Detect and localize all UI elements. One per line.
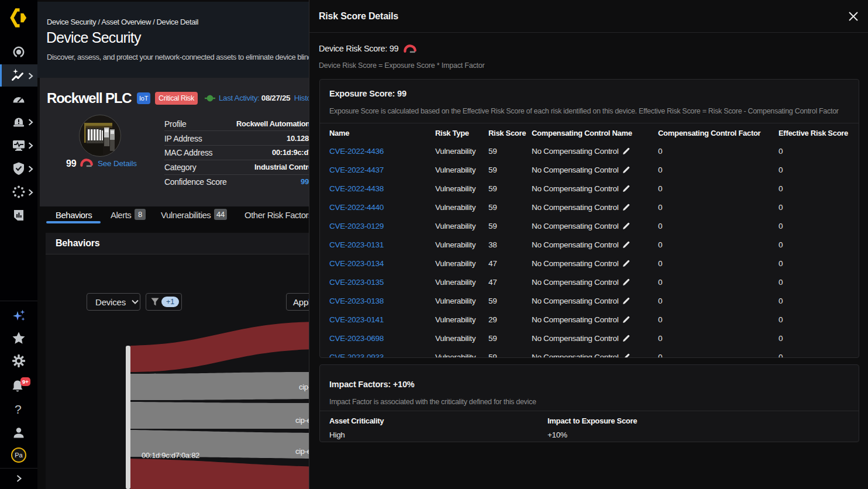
svg-text:00:1d:9c:d7:0a:82: 00:1d:9c:d7:0a:82 xyxy=(142,451,199,460)
